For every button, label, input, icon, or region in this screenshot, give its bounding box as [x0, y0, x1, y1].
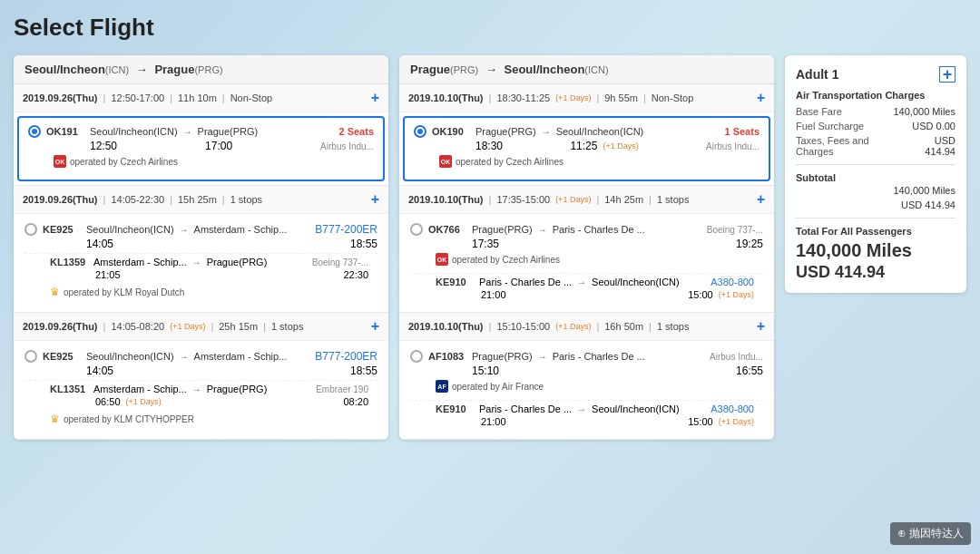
right-panel-header: Prague(PRG) → Seoul/Incheon(ICN)	[399, 55, 774, 84]
summary-add-btn[interactable]: +	[939, 66, 956, 83]
right-flight-option-3[interactable]: AF1083 Prague(PRG) → Paris - Charles De …	[399, 341, 774, 439]
summary-subtotal-usd: USD 414.94	[796, 199, 956, 210]
page-title: Select Flight	[14, 14, 966, 42]
left-operated-2: ♛ operated by KLM Royal Dutch	[24, 283, 377, 303]
summary-divider	[796, 164, 956, 165]
left-sub-flight-2: KL1359 Amsterdam - Schip... → Prague(PRG…	[24, 253, 377, 283]
left-group-1-header: 2019.09.26(Thu) | 12:50-17:00 | 11h 10m …	[14, 84, 388, 112]
summary-fuel: Fuel Surcharge USD 0.00	[796, 121, 956, 131]
left-group-2: 2019.09.26(Thu) | 14:05-22:30 | 15h 25m …	[14, 186, 388, 313]
left-radio-1[interactable]	[28, 125, 41, 138]
right-flight-panel: Prague(PRG) → Seoul/Incheon(ICN) 2019.10…	[399, 55, 774, 440]
summary-total-miles: 140,000 Miles	[796, 240, 956, 261]
aircraft-link-r3[interactable]: A380-800	[710, 403, 754, 414]
czech-logo-3: OK	[436, 253, 448, 266]
left-radio-2[interactable]	[24, 223, 37, 236]
left-operated-3: ♛ operated by KLM CITYHOPPER	[24, 410, 377, 430]
left-seats-1: 2 Seats	[338, 126, 374, 137]
summary-divider-2	[796, 218, 956, 219]
left-sub-flight-3: KL1351 Amsterdam - Schip... → Prague(PRG…	[24, 380, 377, 410]
right-radio-1[interactable]	[414, 125, 426, 138]
czech-logo-2: OK	[439, 155, 452, 168]
af-logo-1: AF	[436, 380, 448, 393]
right-sub-flight-3: KE910 Paris - Charles De ... → Seoul/Inc…	[410, 400, 763, 430]
right-group-1-header: 2019.10.10(Thu) | 18:30-11:25 (+1 Days) …	[399, 84, 774, 112]
aircraft-link-2[interactable]: B777-200ER	[315, 350, 377, 363]
main-layout: Seoul/Incheon(ICN) → Prague(PRG) 2019.09…	[14, 55, 966, 440]
right-seats-1: 1 Seats	[724, 126, 760, 137]
right-operated-2a: OK operated by Czech Airlines	[410, 250, 763, 270]
right-operated-3: AF operated by Air France	[410, 377, 763, 397]
aircraft-link-1[interactable]: B777-200ER	[315, 223, 377, 236]
left-group-1: 2019.09.26(Thu) | 12:50-17:00 | 11h 10m …	[14, 84, 388, 186]
right-group-3: 2019.10.10(Thu) | 15:10-15:00 (+1 Days) …	[399, 313, 774, 440]
summary-panel: Adult 1 + Air Transportation Charges Bas…	[785, 55, 966, 293]
right-sub-flight-2: KE910 Paris - Charles De ... → Seoul/Inc…	[410, 273, 763, 303]
left-group-1-expand[interactable]: +	[371, 90, 379, 106]
left-operated-1: OK operated by Czech Airlines	[28, 152, 374, 172]
czech-logo-1: OK	[54, 155, 66, 168]
left-radio-3[interactable]	[24, 350, 37, 363]
summary-total-label: Total For All Passengers	[796, 226, 956, 237]
aircraft-link-r2[interactable]: A380-800	[710, 277, 754, 287]
summary-total-usd: USD 414.94	[796, 263, 956, 282]
summary-section-title: Air Transportation Charges	[796, 90, 956, 101]
left-group-2-header: 2019.09.26(Thu) | 14:05-22:30 | 15h 25m …	[14, 186, 388, 214]
left-flight-option-1[interactable]: OK191 Seoul/Incheon(ICN) → Prague(PRG) 2…	[17, 116, 385, 181]
right-operated-1: OK operated by Czech Airlines	[414, 152, 760, 172]
watermark: ⊕ 抛因特达人	[890, 522, 971, 545]
right-group-1: 2019.10.10(Thu) | 18:30-11:25 (+1 Days) …	[399, 84, 774, 186]
summary-base-fare: Base Fare 140,000 Miles	[796, 106, 956, 117]
right-origin: Prague(PRG)	[410, 63, 478, 76]
left-panel-header: Seoul/Incheon(ICN) → Prague(PRG)	[14, 55, 388, 84]
right-group-2: 2019.10.10(Thu) | 17:35-15:00 (+1 Days) …	[399, 186, 774, 313]
right-group-3-expand[interactable]: +	[757, 318, 765, 335]
right-group-1-expand[interactable]: +	[757, 90, 765, 106]
summary-taxes: Taxes, Fees and Charges USD 414.94	[796, 135, 956, 157]
summary-passenger: Adult 1	[796, 67, 838, 82]
left-group-3: 2019.09.26(Thu) | 14:05-08:20 (+1 Days) …	[14, 313, 388, 440]
left-flight-option-2[interactable]: KE925 Seoul/Incheon(ICN) → Amsterdam - S…	[14, 214, 388, 312]
right-flight-option-2[interactable]: OK766 Prague(PRG) → Paris - Charles De .…	[399, 214, 774, 312]
right-group-3-header: 2019.10.10(Thu) | 15:10-15:00 (+1 Days) …	[399, 313, 774, 341]
right-radio-2[interactable]	[410, 223, 423, 236]
flights-section: Seoul/Incheon(ICN) → Prague(PRG) 2019.09…	[14, 55, 774, 440]
left-group-3-header: 2019.09.26(Thu) | 14:05-08:20 (+1 Days) …	[14, 313, 388, 341]
summary-subtotal-miles: 140,000 Miles	[796, 185, 956, 196]
right-group-2-expand[interactable]: +	[757, 191, 765, 208]
left-group-3-expand[interactable]: +	[371, 318, 379, 335]
left-group-2-expand[interactable]: +	[371, 191, 379, 208]
left-dest: Prague(PRG)	[154, 63, 222, 76]
right-radio-3[interactable]	[410, 350, 423, 363]
summary-header: Adult 1 +	[796, 66, 956, 83]
right-flight-option-1[interactable]: OK190 Prague(PRG) → Seoul/Incheon(ICN) 1…	[403, 116, 770, 181]
summary-subtotal: Subtotal	[796, 172, 956, 183]
right-group-2-header: 2019.10.10(Thu) | 17:35-15:00 (+1 Days) …	[399, 186, 774, 214]
klm-crown-icon-2: ♛	[50, 413, 60, 425]
left-flight-option-3[interactable]: KE925 Seoul/Incheon(ICN) → Amsterdam - S…	[14, 341, 388, 439]
left-flight-panel: Seoul/Incheon(ICN) → Prague(PRG) 2019.09…	[14, 55, 388, 440]
right-dest: Seoul/Incheon(ICN)	[505, 63, 609, 76]
left-origin: Seoul/Incheon(ICN)	[24, 63, 129, 76]
klm-crown-icon: ♛	[50, 286, 60, 298]
